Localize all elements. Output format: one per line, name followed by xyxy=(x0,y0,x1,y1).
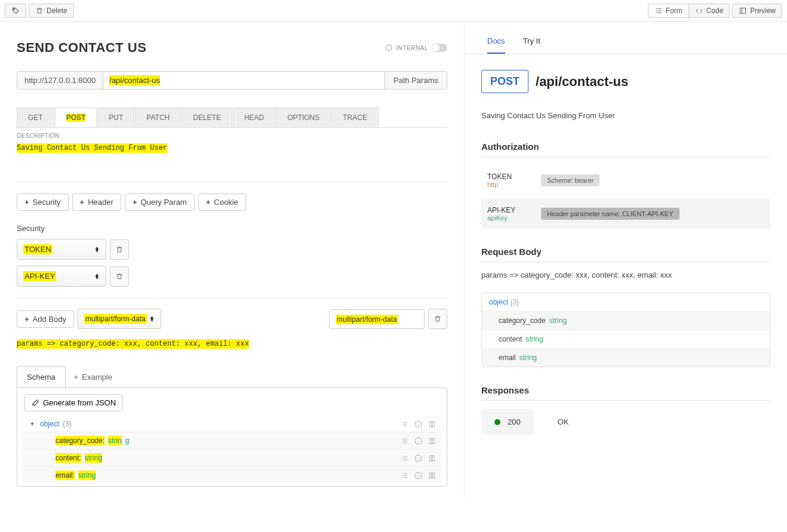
content-type-input[interactable]: multipart/form-data xyxy=(329,309,425,329)
security-row-token: TOKEN▲▼ xyxy=(17,239,447,260)
editor-pane: SEND CONTACT US INTERNAL http://127.0.0.… xyxy=(0,22,465,499)
delete-button[interactable]: Delete xyxy=(29,4,74,18)
method-tab-trace[interactable]: TRACE xyxy=(331,107,379,127)
preview-tab-try-it[interactable]: Try It xyxy=(523,29,540,54)
book-icon[interactable] xyxy=(428,437,436,445)
list-icon[interactable] xyxy=(401,454,408,462)
body-type-select[interactable]: multipart/form-data ▲▼ xyxy=(78,309,161,329)
code-view-button[interactable]: Code xyxy=(689,4,730,18)
schema-tab[interactable]: Schema xyxy=(17,366,66,388)
form-icon xyxy=(654,7,663,15)
svg-point-0 xyxy=(14,9,15,10)
caret-icon: ▲▼ xyxy=(149,316,155,322)
method-tab-post[interactable]: POST xyxy=(55,107,97,127)
list-icon[interactable] xyxy=(401,420,408,428)
response-code: 200 xyxy=(481,409,534,435)
toolbar-right: Form Code Preview xyxy=(648,4,782,18)
caret-icon: ▲▼ xyxy=(94,247,100,253)
method-tab-head[interactable]: HEAD xyxy=(233,107,275,127)
method-tab-get[interactable]: GET xyxy=(17,107,54,127)
url-prefix[interactable]: http://127.0.0.1:8000 xyxy=(17,72,103,89)
status-dot-icon xyxy=(494,419,500,425)
schema-tabs: Schema + Example xyxy=(17,366,447,388)
method-tab-put[interactable]: PUT xyxy=(97,107,134,127)
info-icon[interactable] xyxy=(414,437,422,445)
body-heading: Request Body xyxy=(481,247,770,262)
list-icon[interactable] xyxy=(401,437,408,445)
internal-toggle[interactable] xyxy=(432,44,447,52)
schema-preview-row[interactable]: contentstring xyxy=(482,330,770,348)
method-badge: POST xyxy=(481,70,528,93)
preview-tab-docs[interactable]: Docs xyxy=(487,29,505,54)
add-header-button[interactable]: +Header xyxy=(72,193,121,211)
preview-pane: DocsTry It POST /api/contact-us Saving C… xyxy=(465,22,787,499)
list-icon[interactable] xyxy=(401,472,408,479)
schema-preview-row[interactable]: category_codestring xyxy=(482,311,770,330)
description-block[interactable]: Saving Contact Us Sending From User xyxy=(17,143,447,152)
delete-security-button[interactable] xyxy=(110,266,129,287)
preview-tabs: DocsTry It xyxy=(465,29,787,54)
plus-icon: + xyxy=(24,315,29,324)
internal-toggle-group: INTERNAL xyxy=(385,44,447,52)
url-row: http://127.0.0.1:8000 /api/contact-us Pa… xyxy=(17,71,447,90)
responses-heading: Responses xyxy=(481,385,770,401)
method-tab-patch[interactable]: PATCH xyxy=(135,107,181,127)
method-tabs: GETPOSTPUTPATCHDELETEHEADOPTIONSTRACE xyxy=(17,107,447,128)
trash-icon xyxy=(434,315,442,323)
object-count: {3} xyxy=(63,420,72,428)
plus-icon: + xyxy=(80,198,85,207)
page-title: SEND CONTACT US xyxy=(17,40,146,56)
tag-button[interactable] xyxy=(5,4,26,18)
row-actions xyxy=(401,437,436,445)
method-tab-delete[interactable]: DELETE xyxy=(182,107,232,127)
method-tab-options[interactable]: OPTIONS xyxy=(276,107,331,127)
row-actions xyxy=(401,454,436,462)
schema-prop-row[interactable]: email: string xyxy=(22,466,442,484)
schema-preview-row[interactable]: emailstring xyxy=(482,348,770,367)
schema-prop-row[interactable]: category_code: string xyxy=(22,432,442,449)
info-icon[interactable] xyxy=(414,420,422,428)
view-toggle-group: Form Code xyxy=(648,4,730,18)
url-path-input[interactable]: /api/contact-us xyxy=(103,72,385,89)
title-row: SEND CONTACT US INTERNAL xyxy=(17,40,447,56)
add-security-button[interactable]: +Security xyxy=(17,193,69,211)
schema-prop-row[interactable]: content: string xyxy=(22,449,442,466)
delete-body-button[interactable] xyxy=(428,309,447,329)
add-query-param-button[interactable]: +Query Param xyxy=(125,193,195,211)
form-view-button[interactable]: Form xyxy=(648,4,689,18)
row-actions xyxy=(401,472,436,479)
security-select[interactable]: API-KEY▲▼ xyxy=(17,266,106,287)
book-icon[interactable] xyxy=(428,420,436,428)
path-params-button[interactable]: Path Params xyxy=(385,72,447,89)
add-cookie-button[interactable]: +Cookie xyxy=(198,193,246,211)
body-desc-block[interactable]: params => category_code: xxx, content: x… xyxy=(17,339,447,348)
add-body-button[interactable]: + Add Body xyxy=(17,310,74,328)
internal-label: INTERNAL xyxy=(396,45,428,51)
code-icon xyxy=(695,7,703,15)
toolbar-left: Delete xyxy=(5,4,74,18)
code-label: Code xyxy=(706,7,724,15)
divider xyxy=(17,297,447,298)
generate-json-button[interactable]: Generate from JSON xyxy=(24,394,122,411)
info-icon[interactable] xyxy=(414,454,422,462)
description-text: Saving Contact Us Sending From User xyxy=(17,143,167,153)
book-icon[interactable] xyxy=(428,472,436,479)
row-actions xyxy=(401,420,436,428)
book-icon[interactable] xyxy=(428,454,436,462)
preview-button[interactable]: Preview xyxy=(732,4,782,18)
security-label: Security xyxy=(17,224,447,233)
plus-icon: + xyxy=(24,198,29,207)
example-tab[interactable]: + Example xyxy=(74,373,112,382)
description-label: DESCRIPTION xyxy=(17,133,447,139)
add-prop-icon[interactable]: + xyxy=(28,420,36,428)
security-select[interactable]: TOKEN▲▼ xyxy=(17,239,106,260)
plus-icon: + xyxy=(74,373,79,382)
schema-root-row[interactable]: + object {3} xyxy=(22,416,442,432)
schema-preview-head[interactable]: object {3} xyxy=(482,293,770,311)
endpoint-desc: Saving Contact Us Sending From User xyxy=(481,111,770,120)
body-row: + Add Body multipart/form-data ▲▼ multip… xyxy=(17,309,447,329)
delete-security-button[interactable] xyxy=(110,239,129,260)
response-row[interactable]: 200OK xyxy=(481,409,770,435)
schema-panel: Generate from JSON + object {3} category… xyxy=(17,388,447,487)
info-icon[interactable] xyxy=(414,472,422,479)
